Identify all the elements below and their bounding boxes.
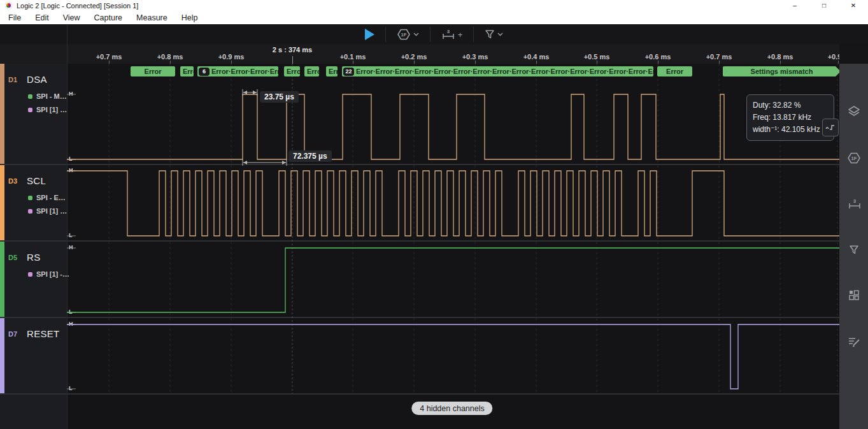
ruler-tick-label: +0.5 ms <box>584 53 610 61</box>
channel-id-D3[interactable]: D3 <box>8 177 17 185</box>
sidebar-extensions-button[interactable] <box>846 287 862 303</box>
error-count-badge: 6 <box>199 68 210 76</box>
badge-label: Error <box>666 68 683 75</box>
menu-item-view[interactable]: View <box>56 12 87 24</box>
ruler-tick-label: +0.7 ms <box>706 53 732 61</box>
menu-item-capture[interactable]: Capture <box>87 12 129 24</box>
absolute-time-label: 2 s : 374 ms <box>273 46 312 54</box>
measure-ruler-icon: 3 <box>441 28 455 41</box>
sidebar-capture-settings-button[interactable] <box>846 104 862 119</box>
badge-label: Error·Error·Error·Error·Error·Error·Erro… <box>356 68 653 75</box>
play-button[interactable] <box>359 26 380 43</box>
close-button[interactable]: ✕ <box>839 0 868 11</box>
analyzer-item[interactable]: SPI [1] -… <box>28 270 69 278</box>
channel-separator <box>0 240 839 242</box>
measurement-label[interactable]: 23.75 µs <box>260 91 299 103</box>
right-sidebar: 1F 3 <box>839 64 868 429</box>
low-marker-D1: L <box>68 156 73 162</box>
logic2-app-window: Logic 2 [Logic - Connected] [Session 1] … <box>0 0 868 429</box>
layers-icon <box>847 105 861 119</box>
badge-label: Error <box>326 68 338 75</box>
low-marker-D7: L <box>68 385 73 391</box>
analyzer-label: SPI [1] -… <box>36 270 69 278</box>
channel-id-D1[interactable]: D1 <box>8 76 17 84</box>
filter-button[interactable] <box>479 26 509 43</box>
sidebar-trigger-button[interactable]: 1F <box>846 150 862 166</box>
toolbar-separator <box>385 27 386 42</box>
list-edit-icon <box>847 335 861 349</box>
measurement-label[interactable]: 72.375 µs <box>288 150 332 162</box>
channel-id-D7[interactable]: D7 <box>8 330 17 338</box>
analyzer-label: SPI [1] … <box>36 106 67 113</box>
analyzer-item[interactable]: SPI [1] … <box>28 106 67 113</box>
plus-icon: + <box>458 30 463 40</box>
toolbar-separator <box>430 27 430 42</box>
sidebar-annotations-button[interactable] <box>846 334 862 349</box>
sidebar-filter-button[interactable] <box>846 242 862 258</box>
ruler-tick-label: +0.7 ms <box>96 53 122 61</box>
error-badge[interactable]: Error <box>180 66 194 76</box>
analyzer-item[interactable]: SPI - M… <box>28 92 67 100</box>
trigger-settings-button[interactable]: 1F <box>391 26 425 43</box>
error-badge[interactable]: 6Error·Error·Error·Error <box>197 66 278 76</box>
menu-item-file[interactable]: File <box>1 12 28 24</box>
pulse-view-icon <box>825 124 836 131</box>
capture-boundary-mark <box>292 56 293 64</box>
measurements-button[interactable]: 3 + <box>436 26 469 43</box>
timeline-ruler[interactable]: 2 s : 374 ms +0.7 ms+0.8 ms+0.9 ms+0.1 m… <box>0 45 839 64</box>
channel-separator <box>0 393 839 395</box>
toolbar-separator <box>473 27 474 42</box>
error-badge[interactable]: Error <box>284 66 300 76</box>
ruler-tick-label: +0.4 ms <box>523 53 550 61</box>
menubar: File Edit View Capture Measure Help <box>0 11 868 24</box>
funnel-icon <box>485 29 495 40</box>
channel-name-D5[interactable]: RS <box>27 252 40 263</box>
badge-label: Settings mismatch <box>751 68 813 75</box>
low-marker-D5: L <box>68 309 73 315</box>
channel-name-D3[interactable]: SCL <box>27 175 46 186</box>
waveform-area[interactable] <box>67 64 839 429</box>
hidden-channels-pill[interactable]: 4 hidden channels <box>411 402 492 415</box>
tooltip-duty-line: Duty: 32.82 % <box>753 99 828 112</box>
channel-name-D1[interactable]: DSA <box>27 74 47 85</box>
chevron-down-icon <box>497 33 503 36</box>
play-icon <box>365 29 374 40</box>
svg-text:3: 3 <box>446 29 450 34</box>
analyzer-dot <box>28 209 32 214</box>
menu-item-measure[interactable]: Measure <box>129 12 174 24</box>
high-marker-D7: H <box>68 321 74 327</box>
badge-label: Error <box>284 68 300 75</box>
menu-item-edit[interactable]: Edit <box>28 12 56 24</box>
channel-name-D7[interactable]: RESET <box>27 328 60 339</box>
menu-item-help[interactable]: Help <box>174 12 205 24</box>
error-count-badge: 22 <box>343 68 354 76</box>
sidebar-measurements-button[interactable]: 3 <box>846 196 862 212</box>
svg-text:1F: 1F <box>851 156 857 161</box>
panel-divider <box>67 24 68 429</box>
error-badge[interactable]: Error <box>657 66 692 76</box>
error-badge[interactable]: 22Error·Error·Error·Error·Error·Error·Er… <box>342 66 653 76</box>
ruler-tick-label: +0.3 ms <box>462 53 488 61</box>
high-marker-D3: H <box>68 167 74 173</box>
maximize-button[interactable]: □ <box>809 0 839 11</box>
settings-mismatch-badge[interactable]: Settings mismatch <box>723 66 841 76</box>
channel-id-D5[interactable]: D5 <box>8 254 17 261</box>
svg-text:3: 3 <box>853 198 857 204</box>
high-marker-D5: H <box>68 244 74 251</box>
analyzer-item[interactable]: SPI [1] … <box>28 207 67 215</box>
analyzer-item[interactable]: SPI - E… <box>28 194 66 201</box>
chevron-down-icon <box>413 33 419 36</box>
minimize-button[interactable]: – <box>780 0 809 11</box>
error-badge[interactable]: Error <box>304 66 319 76</box>
tooltip-freq-line: Freq: 13.817 kHz <box>753 112 828 124</box>
pulse-view-button[interactable] <box>822 119 839 136</box>
analyzer-dot <box>28 196 32 200</box>
error-badge[interactable]: Error <box>131 66 175 76</box>
error-badge[interactable]: Error <box>326 66 338 76</box>
channel-color-stripe-D7 <box>0 318 4 393</box>
ruler-tick-label: +0.2 ms <box>401 53 427 61</box>
badge-label: Error <box>180 68 194 75</box>
app-icon <box>5 2 12 9</box>
funnel-icon <box>848 244 860 256</box>
titlebar: Logic 2 [Logic - Connected] [Session 1] … <box>0 0 868 11</box>
